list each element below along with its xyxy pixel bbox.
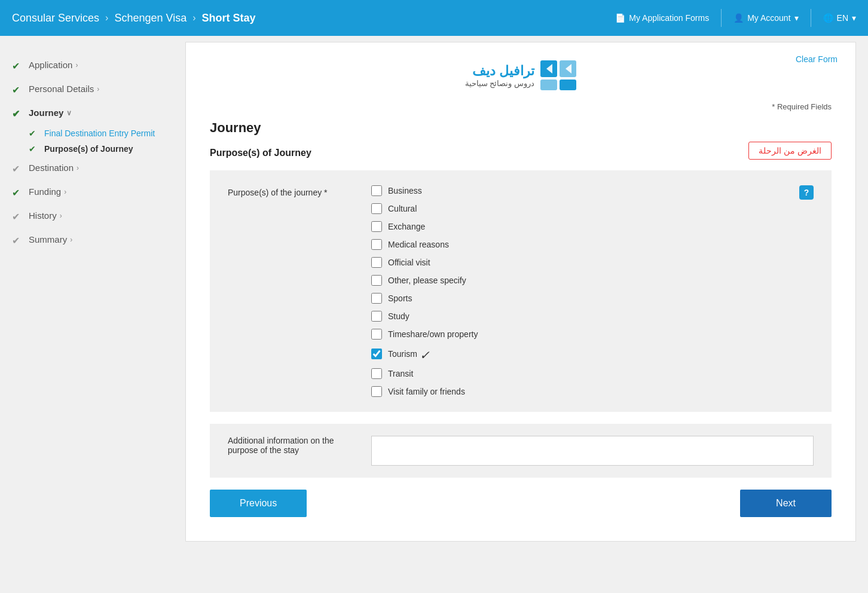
journey-label: Journey ∨ [29, 108, 72, 118]
clear-form-button[interactable]: Clear Form [796, 54, 838, 64]
next-button[interactable]: Next [740, 490, 832, 517]
application-text: Application [29, 60, 72, 70]
checkbox-medical: Medical reasons [371, 239, 814, 250]
tourism-text: Tourism [388, 349, 417, 359]
language-selector[interactable]: 🌐 EN ▾ [823, 13, 856, 23]
check-final-dest: ✔ [29, 129, 38, 138]
my-forms-link[interactable]: 📄 My Application Forms [615, 13, 709, 23]
sidebar-item-funding[interactable]: ✔ Funding › [12, 181, 161, 204]
purposes-label: Purpose(s) of Journey [44, 144, 133, 154]
help-icon[interactable]: ? [799, 185, 814, 200]
checkbox-exchange-label[interactable]: Exchange [388, 222, 425, 231]
sidebar-subitem-purposes[interactable]: ✔ Purpose(s) of Journey [29, 141, 161, 157]
checkbox-other-input[interactable] [371, 275, 382, 286]
breadcrumb: Consular Services › Schengen Visa › Shor… [12, 12, 256, 25]
checkbox-exchange-input[interactable] [371, 221, 382, 232]
cursor-checkmark: ✓ [420, 348, 430, 362]
checkbox-transit-label[interactable]: Transit [388, 369, 413, 378]
checkbox-business: Business [371, 185, 814, 196]
main-content: ترافيل ديف دروس ونصائح سياحية Clear [173, 36, 868, 593]
checkbox-visit-label[interactable]: Visit family or friends [388, 387, 465, 396]
history-label: History › [29, 210, 62, 221]
forms-icon: 📄 [615, 13, 625, 23]
funding-text: Funding [29, 187, 61, 197]
application-label: Application › [29, 60, 78, 70]
additional-label: Additional information on the purpose of… [228, 436, 359, 455]
funding-chevron: › [64, 188, 66, 196]
logo-text: ترافيل ديف دروس ونصائح سياحية [465, 63, 534, 88]
checkbox-other-label[interactable]: Other, please specify [388, 276, 466, 285]
check-history: ✔ [12, 211, 23, 222]
breadcrumb-shortstay[interactable]: Short Stay [201, 12, 255, 25]
checkbox-tourism: Tourism ✓ [371, 347, 814, 361]
check-application: ✔ [12, 60, 23, 72]
checkbox-tourism-label[interactable]: Tourism ✓ [388, 347, 427, 361]
checkbox-visit-input[interactable] [371, 386, 382, 397]
checkbox-sports-input[interactable] [371, 293, 382, 304]
check-summary: ✔ [12, 235, 23, 246]
checkbox-cultural-label[interactable]: Cultural [388, 204, 417, 213]
checkbox-other: Other, please specify [371, 275, 814, 286]
sidebar-item-summary[interactable]: ✔ Summary › [12, 228, 161, 252]
section-title: Journey [210, 120, 832, 136]
checkbox-business-label[interactable]: Business [388, 186, 422, 195]
logo-arabic-main: ترافيل ديف [465, 63, 534, 79]
svg-rect-3 [560, 80, 576, 90]
lang-chevron: ▾ [852, 13, 856, 23]
checkbox-medical-input[interactable] [371, 239, 382, 250]
checkbox-visit: Visit family or friends [371, 386, 814, 397]
header-actions: 📄 My Application Forms 👤 My Account ▾ 🌐 … [615, 9, 856, 27]
checkbox-business-input[interactable] [371, 185, 382, 196]
destination-label: Destination › [29, 163, 79, 173]
additional-info-input[interactable] [371, 436, 814, 466]
checkbox-official-label[interactable]: Official visit [388, 258, 430, 267]
sidebar-item-destination[interactable]: ✔ Destination › [12, 157, 161, 181]
sidebar-subitem-final-destination[interactable]: ✔ Final Destination Entry Permit [29, 126, 161, 141]
journey-text: Journey [29, 108, 63, 118]
sidebar-item-application[interactable]: ✔ Application › [12, 54, 161, 78]
my-forms-label: My Application Forms [629, 13, 709, 23]
checkbox-cultural: Cultural [371, 203, 814, 214]
personal-text: Personal Details [29, 84, 94, 94]
journey-subitems: ✔ Final Destination Entry Permit ✔ Purpo… [12, 126, 161, 157]
lang-label: EN [837, 13, 848, 23]
my-account-link[interactable]: 👤 My Account ▾ [733, 13, 798, 23]
logo-container: ترافيل ديف دروس ونصائح سياحية [465, 60, 576, 90]
globe-icon: 🌐 [823, 13, 833, 23]
additional-info-row: Additional information on the purpose of… [210, 424, 832, 478]
checkbox-cultural-input[interactable] [371, 203, 382, 214]
checkbox-sports-label[interactable]: Sports [388, 294, 412, 303]
navigation-buttons: Previous Next [210, 478, 832, 523]
arabic-tooltip-button[interactable]: الغرض من الرحلة [748, 142, 832, 160]
checkbox-timeshare-label[interactable]: Timeshare/own property [388, 329, 478, 339]
purposes-form-row: Purpose(s) of the journey * Business Cul… [228, 185, 814, 397]
checkbox-study-label[interactable]: Study [388, 311, 409, 321]
check-purposes: ✔ [29, 144, 38, 154]
checkbox-transit: Transit [371, 368, 814, 379]
breadcrumb-consular[interactable]: Consular Services [12, 12, 99, 25]
nav-divider2 [811, 9, 811, 27]
checkbox-study-input[interactable] [371, 311, 382, 322]
breadcrumb-sep1: › [105, 13, 108, 23]
checkbox-study: Study [371, 311, 814, 322]
checkbox-timeshare: Timeshare/own property [371, 329, 814, 340]
previous-button[interactable]: Previous [210, 490, 307, 517]
logo-bar: ترافيل ديف دروس ونصائح سياحية [210, 60, 832, 90]
checkbox-transit-input[interactable] [371, 368, 382, 379]
sidebar-item-history[interactable]: ✔ History › [12, 204, 161, 228]
checkbox-official-input[interactable] [371, 257, 382, 268]
subsection-header: الغرض من الرحلة Purpose(s) of Journey [210, 148, 832, 170]
checkbox-exchange: Exchange [371, 221, 814, 232]
purposes-form-section: Purpose(s) of the journey * Business Cul… [210, 170, 832, 412]
main-wrapper: ✔ Application › ✔ Personal Details › ✔ J… [0, 36, 868, 593]
checkbox-medical-label[interactable]: Medical reasons [388, 240, 449, 249]
logo-icon [540, 60, 576, 90]
breadcrumb-schengen[interactable]: Schengen Visa [114, 12, 187, 25]
sidebar-item-journey[interactable]: ✔ Journey ∨ [12, 102, 161, 126]
sidebar-item-personal[interactable]: ✔ Personal Details › [12, 78, 161, 102]
checkbox-official: Official visit [371, 257, 814, 268]
svg-rect-2 [540, 80, 557, 90]
checkbox-timeshare-input[interactable] [371, 329, 382, 340]
checkbox-tourism-input[interactable] [371, 349, 382, 359]
personal-chevron: › [97, 85, 99, 93]
